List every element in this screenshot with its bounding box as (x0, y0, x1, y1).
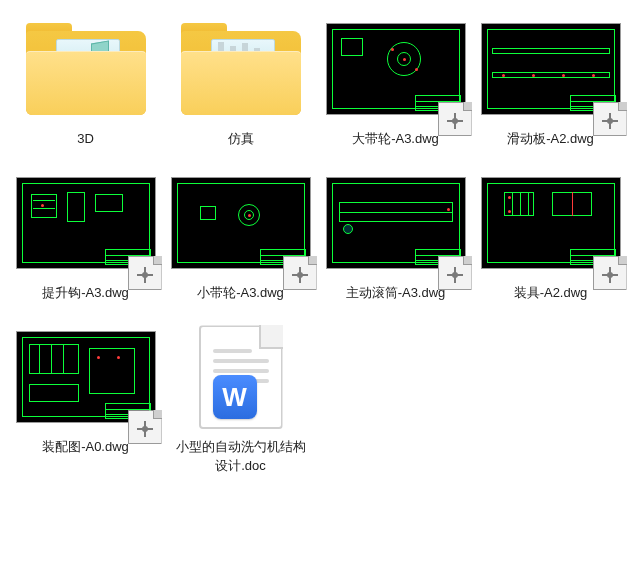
folder-item[interactable]: 仿真 (163, 8, 318, 162)
file-grid: 3D 仿真 (8, 8, 633, 489)
cad-preview-icon (16, 177, 156, 269)
cad-preview-icon (326, 177, 466, 269)
cad-preview-icon (481, 23, 621, 115)
dwg-thumbnail (14, 168, 158, 278)
doc-file-item[interactable]: W 小型的自动洗勺机结构设计.doc (163, 316, 318, 488)
cad-preview-icon (326, 23, 466, 115)
file-label: 提升钩-A3.dwg (42, 278, 129, 302)
cad-preview-icon (16, 331, 156, 423)
file-label: 3D (77, 124, 94, 148)
folder-icon (181, 23, 301, 115)
dwg-file-item[interactable]: 装配图-A0.dwg (8, 316, 163, 488)
folder-icon (26, 23, 146, 115)
word-doc-icon: W (199, 325, 283, 429)
file-label: 大带轮-A3.dwg (352, 124, 439, 148)
dwg-thumbnail (14, 322, 158, 432)
dwg-thumbnail (169, 168, 313, 278)
folder-item[interactable]: 3D (8, 8, 163, 162)
folder-thumbnail (169, 14, 313, 124)
file-label: 滑动板-A2.dwg (507, 124, 594, 148)
dwg-thumbnail (479, 168, 623, 278)
dwg-file-item[interactable]: 装具-A2.dwg (473, 162, 628, 316)
dwg-file-item[interactable]: 提升钩-A3.dwg (8, 162, 163, 316)
file-label: 小型的自动洗勺机结构设计.doc (171, 432, 311, 474)
dwg-file-item[interactable]: 滑动板-A2.dwg (473, 8, 628, 162)
file-label: 装配图-A0.dwg (42, 432, 129, 456)
file-label: 主动滚筒-A3.dwg (346, 278, 446, 302)
cad-preview-icon (171, 177, 311, 269)
dwg-thumbnail (479, 14, 623, 124)
file-label: 装具-A2.dwg (514, 278, 588, 302)
dwg-thumbnail (324, 14, 468, 124)
folder-thumbnail (14, 14, 158, 124)
cad-preview-icon (481, 177, 621, 269)
word-badge-icon: W (213, 375, 257, 419)
file-label: 仿真 (228, 124, 254, 148)
file-label: 小带轮-A3.dwg (197, 278, 284, 302)
doc-thumbnail: W (169, 322, 313, 432)
dwg-file-item[interactable]: 大带轮-A3.dwg (318, 8, 473, 162)
dwg-thumbnail (324, 168, 468, 278)
dwg-file-item[interactable]: 小带轮-A3.dwg (163, 162, 318, 316)
dwg-file-item[interactable]: 主动滚筒-A3.dwg (318, 162, 473, 316)
